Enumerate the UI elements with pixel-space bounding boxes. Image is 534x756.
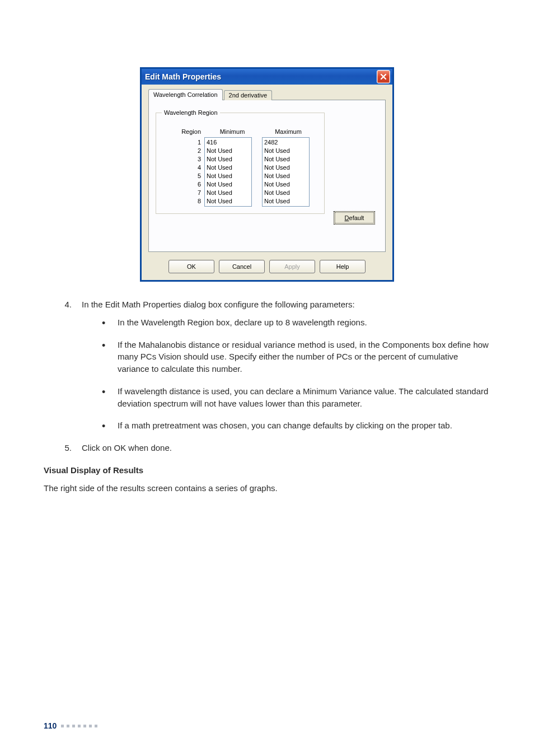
close-button[interactable]: [377, 70, 390, 83]
wavelength-region-legend: Wavelength Region: [162, 109, 220, 116]
default-button-mnemonic: D: [345, 214, 349, 221]
section-paragraph: The right side of the results screen con…: [44, 482, 490, 494]
list-item[interactable]: Not Used: [264, 155, 307, 164]
region-header: Region: [162, 128, 204, 135]
region-index: 4: [198, 164, 201, 172]
footer-dots-icon: [61, 725, 97, 727]
bullet-item: If a math pretreatment was chosen, you c…: [102, 419, 490, 432]
bullet-item: If the Mahalanobis distance or residual …: [102, 339, 490, 375]
tab-wavelength-correlation[interactable]: Wavelength Correlation: [148, 89, 223, 100]
list-item[interactable]: Not Used: [207, 180, 250, 189]
page-number: 110: [44, 721, 57, 730]
minimum-listbox[interactable]: 416 Not Used Not Used Not Used Not Used …: [204, 137, 252, 207]
step-number: 4.: [44, 298, 82, 311]
region-index: 3: [198, 155, 201, 164]
list-item[interactable]: Not Used: [264, 172, 307, 180]
step-5: 5. Click on OK when done.: [44, 442, 490, 454]
region-index: 7: [198, 189, 201, 197]
list-item[interactable]: Not Used: [207, 197, 250, 206]
list-item[interactable]: Not Used: [264, 147, 307, 155]
region-index-column: 1 2 3 4 5 6 7 8: [162, 137, 204, 207]
list-item[interactable]: Not Used: [207, 164, 250, 172]
dialog-button-row: OK Cancel Apply Help: [148, 260, 386, 273]
step-4: 4. In the Edit Math Properties dialog bo…: [44, 298, 490, 311]
help-button[interactable]: Help: [320, 260, 366, 273]
edit-math-properties-dialog: Edit Math Properties Wavelength Correlat…: [140, 67, 394, 282]
bullet-item: In the Wavelength Region box, declare up…: [102, 316, 490, 329]
step-text: In the Edit Math Properties dialog box c…: [82, 298, 490, 311]
wavelength-region-group: Wavelength Region Region Minimum Maximum…: [156, 109, 325, 214]
region-index: 1: [198, 138, 201, 147]
list-item[interactable]: Not Used: [264, 164, 307, 172]
cancel-button[interactable]: Cancel: [219, 260, 265, 273]
default-button-rest: efault: [349, 214, 364, 221]
region-index: 6: [198, 180, 201, 189]
list-item[interactable]: Not Used: [264, 189, 307, 197]
list-item[interactable]: Not Used: [207, 172, 250, 180]
default-button[interactable]: Default: [334, 211, 375, 225]
maximum-header: Maximum: [260, 128, 316, 135]
list-item[interactable]: 2482: [264, 138, 307, 147]
region-header-row: Region Minimum Maximum: [162, 128, 318, 135]
tab-2nd-derivative[interactable]: 2nd derivative: [224, 90, 273, 100]
region-index: 8: [198, 197, 201, 206]
section-heading: Visual Display of Results: [44, 464, 490, 477]
page-footer: 110: [44, 721, 97, 730]
list-item[interactable]: Not Used: [207, 155, 250, 164]
dialog-titlebar[interactable]: Edit Math Properties: [142, 69, 392, 85]
region-index: 5: [198, 172, 201, 180]
step-text: Click on OK when done.: [82, 442, 490, 454]
list-item[interactable]: Not Used: [207, 189, 250, 197]
tab-panel: Wavelength Region Region Minimum Maximum…: [148, 100, 386, 252]
dialog-title: Edit Math Properties: [145, 72, 377, 81]
close-icon: [380, 73, 387, 80]
region-index: 2: [198, 147, 201, 155]
step-number: 5.: [44, 442, 82, 454]
minimum-header: Minimum: [204, 128, 260, 135]
document-body: 4. In the Edit Math Properties dialog bo…: [44, 298, 490, 494]
bullet-item: If wavelength distance is used, you can …: [102, 385, 490, 410]
maximum-listbox[interactable]: 2482 Not Used Not Used Not Used Not Used…: [262, 137, 310, 207]
step-4-bullets: In the Wavelength Region box, declare up…: [44, 316, 490, 432]
list-item[interactable]: Not Used: [264, 180, 307, 189]
list-item[interactable]: Not Used: [207, 147, 250, 155]
apply-button: Apply: [269, 260, 315, 273]
list-item[interactable]: Not Used: [264, 197, 307, 206]
tab-strip: Wavelength Correlation 2nd derivative: [148, 89, 386, 100]
list-item[interactable]: 416: [207, 138, 250, 147]
ok-button[interactable]: OK: [168, 260, 214, 273]
